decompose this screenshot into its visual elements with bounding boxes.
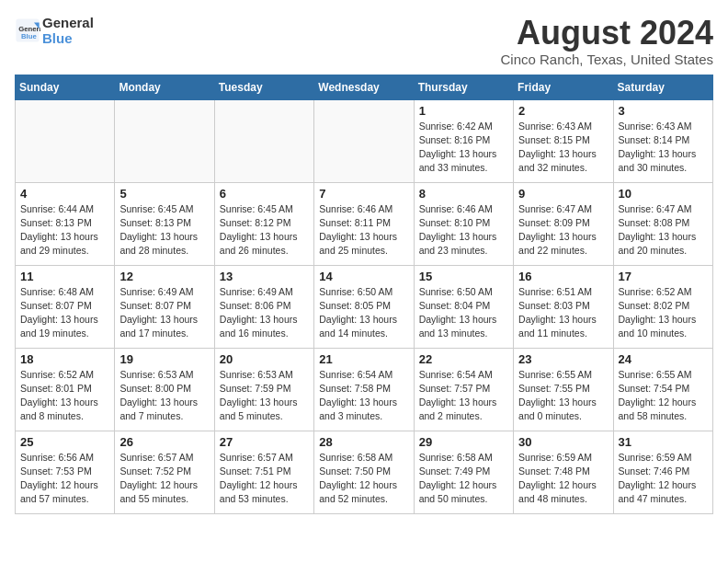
day-cell: 13Sunrise: 6:49 AMSunset: 8:06 PMDayligh… [214, 265, 313, 348]
day-cell: 12Sunrise: 6:49 AMSunset: 8:07 PMDayligh… [115, 265, 214, 348]
day-info: Sunrise: 6:43 AMSunset: 8:15 PMDaylight:… [518, 120, 608, 176]
day-info: Sunrise: 6:55 AMSunset: 7:54 PMDaylight:… [619, 368, 708, 424]
day-info: Sunrise: 6:57 AMSunset: 7:52 PMDaylight:… [119, 451, 209, 507]
day-cell: 23Sunrise: 6:55 AMSunset: 7:55 PMDayligh… [514, 348, 613, 431]
day-number: 31 [619, 435, 708, 449]
day-number: 15 [419, 270, 508, 283]
week-row-2: 4Sunrise: 6:44 AMSunset: 8:13 PMDaylight… [16, 182, 713, 265]
weekday-header-wednesday: Wednesday [314, 75, 414, 99]
day-number: 18 [20, 352, 109, 366]
day-number: 20 [220, 352, 309, 366]
header: General Blue General Blue August 2024 Ci… [15, 15, 713, 67]
weekday-header-sunday: Sunday [16, 75, 115, 99]
day-number: 29 [419, 435, 508, 449]
day-cell: 11Sunrise: 6:48 AMSunset: 8:07 PMDayligh… [16, 265, 115, 348]
day-cell: 25Sunrise: 6:56 AMSunset: 7:53 PMDayligh… [16, 431, 115, 513]
day-info: Sunrise: 6:51 AMSunset: 8:03 PMDaylight:… [518, 285, 608, 341]
day-number: 7 [319, 187, 408, 201]
day-number: 1 [419, 104, 508, 118]
day-info: Sunrise: 6:45 AMSunset: 8:12 PMDaylight:… [220, 202, 309, 259]
day-cell: 30Sunrise: 6:59 AMSunset: 7:48 PMDayligh… [514, 431, 613, 513]
day-info: Sunrise: 6:45 AMSunset: 8:13 PMDaylight:… [119, 202, 209, 259]
day-info: Sunrise: 6:54 AMSunset: 7:58 PMDaylight:… [319, 368, 408, 424]
calendar: SundayMondayTuesdayWednesdayThursdayFrid… [15, 75, 713, 514]
day-number: 10 [619, 187, 708, 201]
day-info: Sunrise: 6:56 AMSunset: 7:53 PMDaylight:… [20, 451, 109, 507]
logo-line2: Blue [42, 30, 94, 46]
logo-icon: General Blue [15, 17, 40, 43]
day-cell: 10Sunrise: 6:47 AMSunset: 8:08 PMDayligh… [613, 182, 712, 265]
day-number: 14 [319, 270, 408, 283]
day-cell: 31Sunrise: 6:59 AMSunset: 7:46 PMDayligh… [613, 431, 712, 513]
weekday-header-friday: Friday [514, 75, 613, 99]
day-info: Sunrise: 6:47 AMSunset: 8:09 PMDaylight:… [518, 202, 608, 259]
location-title: Cinco Ranch, Texas, United States [500, 52, 713, 67]
day-number: 16 [518, 270, 608, 283]
day-cell: 15Sunrise: 6:50 AMSunset: 8:04 PMDayligh… [414, 265, 513, 348]
day-info: Sunrise: 6:48 AMSunset: 8:07 PMDaylight:… [20, 285, 109, 341]
day-info: Sunrise: 6:58 AMSunset: 7:49 PMDaylight:… [419, 451, 508, 507]
day-cell: 16Sunrise: 6:51 AMSunset: 8:03 PMDayligh… [514, 265, 613, 348]
day-cell: 20Sunrise: 6:53 AMSunset: 7:59 PMDayligh… [214, 348, 313, 431]
day-number: 30 [518, 435, 608, 449]
weekday-header-saturday: Saturday [613, 75, 712, 99]
day-cell: 17Sunrise: 6:52 AMSunset: 8:02 PMDayligh… [613, 265, 712, 348]
day-cell: 4Sunrise: 6:44 AMSunset: 8:13 PMDaylight… [16, 182, 115, 265]
day-cell: 27Sunrise: 6:57 AMSunset: 7:51 PMDayligh… [214, 431, 313, 513]
day-cell [214, 99, 313, 182]
day-number: 21 [319, 352, 408, 366]
day-cell: 14Sunrise: 6:50 AMSunset: 8:05 PMDayligh… [314, 265, 414, 348]
day-number: 22 [419, 352, 508, 366]
day-number: 12 [119, 270, 209, 283]
day-info: Sunrise: 6:47 AMSunset: 8:08 PMDaylight:… [619, 202, 708, 259]
weekday-header-monday: Monday [115, 75, 214, 99]
day-cell: 29Sunrise: 6:58 AMSunset: 7:49 PMDayligh… [414, 431, 513, 513]
day-cell: 26Sunrise: 6:57 AMSunset: 7:52 PMDayligh… [115, 431, 214, 513]
weekday-header-tuesday: Tuesday [214, 75, 313, 99]
day-number: 26 [119, 435, 209, 449]
day-info: Sunrise: 6:57 AMSunset: 7:51 PMDaylight:… [220, 451, 309, 507]
day-number: 3 [619, 104, 708, 118]
day-cell: 21Sunrise: 6:54 AMSunset: 7:58 PMDayligh… [314, 348, 414, 431]
day-info: Sunrise: 6:42 AMSunset: 8:16 PMDaylight:… [419, 120, 508, 176]
day-number: 28 [319, 435, 408, 449]
day-cell: 19Sunrise: 6:53 AMSunset: 8:00 PMDayligh… [115, 348, 214, 431]
day-info: Sunrise: 6:44 AMSunset: 8:13 PMDaylight:… [20, 202, 109, 259]
day-cell [16, 99, 115, 182]
day-info: Sunrise: 6:53 AMSunset: 7:59 PMDaylight:… [220, 368, 309, 424]
day-cell: 9Sunrise: 6:47 AMSunset: 8:09 PMDaylight… [514, 182, 613, 265]
day-info: Sunrise: 6:55 AMSunset: 7:55 PMDaylight:… [518, 368, 608, 424]
day-cell: 2Sunrise: 6:43 AMSunset: 8:15 PMDaylight… [514, 99, 613, 182]
day-cell [115, 99, 214, 182]
day-cell: 24Sunrise: 6:55 AMSunset: 7:54 PMDayligh… [613, 348, 712, 431]
day-info: Sunrise: 6:52 AMSunset: 8:01 PMDaylight:… [20, 368, 109, 424]
week-row-5: 25Sunrise: 6:56 AMSunset: 7:53 PMDayligh… [16, 431, 713, 513]
day-number: 2 [518, 104, 608, 118]
day-number: 11 [20, 270, 109, 283]
day-number: 13 [220, 270, 309, 283]
day-number: 27 [220, 435, 309, 449]
week-row-1: 1Sunrise: 6:42 AMSunset: 8:16 PMDaylight… [16, 99, 713, 182]
day-info: Sunrise: 6:59 AMSunset: 7:46 PMDaylight:… [619, 451, 708, 507]
day-info: Sunrise: 6:52 AMSunset: 8:02 PMDaylight:… [619, 285, 708, 341]
day-info: Sunrise: 6:53 AMSunset: 8:00 PMDaylight:… [119, 368, 209, 424]
day-cell: 6Sunrise: 6:45 AMSunset: 8:12 PMDaylight… [214, 182, 313, 265]
day-cell: 28Sunrise: 6:58 AMSunset: 7:50 PMDayligh… [314, 431, 414, 513]
day-number: 8 [419, 187, 508, 201]
logo-line1: General [42, 15, 94, 30]
day-cell: 1Sunrise: 6:42 AMSunset: 8:16 PMDaylight… [414, 99, 513, 182]
day-info: Sunrise: 6:59 AMSunset: 7:48 PMDaylight:… [518, 451, 608, 507]
day-cell: 18Sunrise: 6:52 AMSunset: 8:01 PMDayligh… [16, 348, 115, 431]
month-title: August 2024 [500, 15, 713, 52]
day-cell: 3Sunrise: 6:43 AMSunset: 8:14 PMDaylight… [613, 99, 712, 182]
day-number: 19 [119, 352, 209, 366]
day-number: 17 [619, 270, 708, 283]
day-info: Sunrise: 6:43 AMSunset: 8:14 PMDaylight:… [619, 120, 708, 176]
day-number: 6 [220, 187, 309, 201]
day-info: Sunrise: 6:58 AMSunset: 7:50 PMDaylight:… [319, 451, 408, 507]
day-info: Sunrise: 6:50 AMSunset: 8:05 PMDaylight:… [319, 285, 408, 341]
day-info: Sunrise: 6:46 AMSunset: 8:10 PMDaylight:… [419, 202, 508, 259]
day-info: Sunrise: 6:50 AMSunset: 8:04 PMDaylight:… [419, 285, 508, 341]
logo: General Blue General Blue [15, 15, 94, 46]
calendar-header-row: SundayMondayTuesdayWednesdayThursdayFrid… [16, 75, 713, 99]
